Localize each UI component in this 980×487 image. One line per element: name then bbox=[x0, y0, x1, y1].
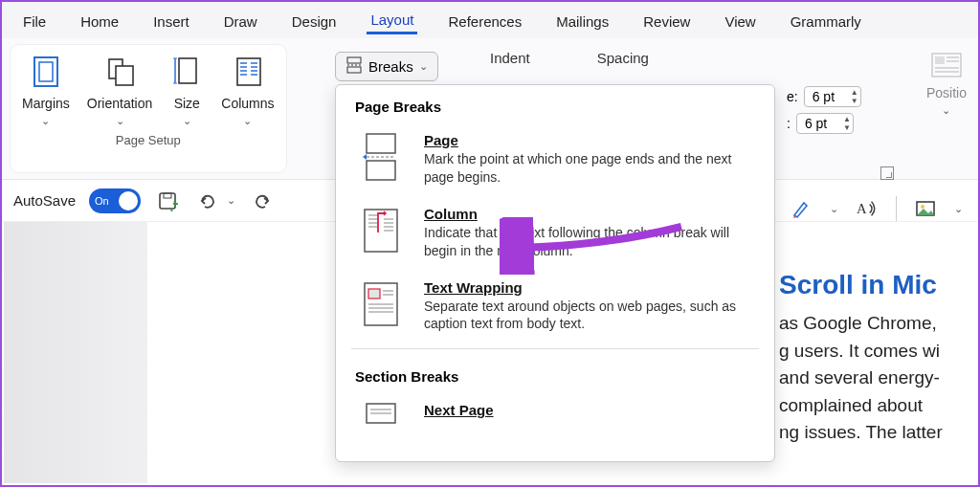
chevron-down-icon[interactable]: ⌄ bbox=[830, 203, 838, 215]
group-page-setup: Margins ⌄ Orientation ⌄ Size ⌄ bbox=[10, 44, 287, 173]
breaks-page-item[interactable]: Page Mark the point at which one page en… bbox=[336, 122, 774, 196]
svg-rect-3 bbox=[116, 66, 133, 85]
size-button[interactable]: Size ⌄ bbox=[169, 55, 204, 127]
undo-dropdown[interactable]: ⌄ bbox=[227, 194, 235, 207]
orientation-button[interactable]: Orientation ⌄ bbox=[87, 55, 152, 127]
breaks-next-page-item[interactable]: Next Page bbox=[336, 392, 774, 452]
svg-rect-1 bbox=[39, 62, 53, 81]
canvas-margin bbox=[4, 222, 147, 483]
dd-wrap-title: Text Wrapping bbox=[424, 279, 751, 296]
document-preview: Scroll in Mic as Google Chrome, g users.… bbox=[779, 270, 976, 447]
redo-button[interactable] bbox=[249, 188, 276, 214]
breaks-icon bbox=[345, 56, 363, 77]
spacing-before-label: e: bbox=[787, 89, 798, 104]
size-label: Size bbox=[174, 96, 200, 111]
svg-rect-21 bbox=[935, 56, 945, 64]
autosave-toggle[interactable]: On bbox=[89, 188, 141, 213]
spacing-heading: Spacing bbox=[597, 50, 649, 66]
tab-view[interactable]: View bbox=[721, 8, 759, 33]
columns-button[interactable]: Columns ⌄ bbox=[221, 55, 274, 127]
tab-file[interactable]: File bbox=[19, 8, 50, 33]
column-break-icon bbox=[359, 206, 403, 255]
read-aloud-icon[interactable]: A bbox=[854, 195, 880, 222]
svg-rect-8 bbox=[237, 58, 260, 85]
picture-icon[interactable] bbox=[912, 195, 939, 222]
spinner-arrows-icon[interactable]: ▲▼ bbox=[843, 114, 851, 133]
spacing-before-input[interactable]: 6 pt ▲▼ bbox=[804, 86, 861, 107]
breaks-column-item[interactable]: Column Indicate that the text following … bbox=[336, 196, 774, 270]
chevron-down-icon: ⌄ bbox=[942, 104, 950, 117]
autosave-toggle-state: On bbox=[95, 195, 109, 207]
position-button[interactable]: Positio ⌄ bbox=[926, 52, 967, 117]
doc-heading: Scroll in Mic bbox=[779, 270, 976, 300]
svg-rect-18 bbox=[347, 67, 361, 73]
dd-next-title: Next Page bbox=[424, 402, 494, 418]
spinner-arrows-icon[interactable]: ▲▼ bbox=[851, 87, 858, 106]
dd-page-title: Page bbox=[424, 132, 751, 148]
qa-right-tools: ⌄ A ⌄ bbox=[771, 195, 963, 222]
svg-point-30 bbox=[921, 205, 924, 209]
margins-icon bbox=[29, 55, 63, 92]
toggle-knob bbox=[119, 191, 138, 210]
breaks-button[interactable]: Breaks ⌄ bbox=[335, 52, 438, 81]
columns-icon bbox=[231, 55, 265, 92]
tab-grammarly[interactable]: Grammarly bbox=[787, 8, 865, 33]
tab-design[interactable]: Design bbox=[288, 8, 341, 33]
breaks-dropdown: Page Breaks Page Mark the point at which… bbox=[335, 84, 775, 462]
dd-section-page-breaks: Page Breaks bbox=[336, 85, 774, 122]
separator bbox=[896, 196, 897, 221]
editor-pen-icon[interactable] bbox=[788, 195, 814, 222]
chevron-down-icon: ⌄ bbox=[243, 115, 252, 127]
spacing-after-label: : bbox=[787, 116, 791, 131]
svg-rect-31 bbox=[367, 134, 395, 153]
svg-rect-32 bbox=[367, 161, 395, 180]
tab-insert[interactable]: Insert bbox=[149, 8, 193, 33]
svg-rect-17 bbox=[347, 57, 361, 63]
orientation-icon bbox=[102, 55, 137, 92]
save-button[interactable] bbox=[154, 188, 181, 214]
next-page-break-icon bbox=[359, 402, 403, 452]
spacing-after-input[interactable]: 6 pt ▲▼ bbox=[796, 113, 854, 134]
chevron-down-icon[interactable]: ⌄ bbox=[954, 203, 963, 215]
tab-draw[interactable]: Draw bbox=[220, 8, 261, 33]
size-icon bbox=[169, 55, 204, 92]
svg-text:A: A bbox=[857, 202, 867, 217]
tab-mailings[interactable]: Mailings bbox=[552, 8, 612, 33]
columns-label: Columns bbox=[221, 96, 274, 111]
indent-heading: Indent bbox=[490, 50, 530, 66]
breaks-text-wrapping-item[interactable]: Text Wrapping Separate text around objec… bbox=[336, 270, 774, 343]
ribbon-tabs: File Home Insert Draw Design Layout Refe… bbox=[2, 2, 978, 38]
tab-references[interactable]: References bbox=[444, 8, 525, 33]
undo-button[interactable] bbox=[194, 188, 221, 214]
doc-line: ng issues. The latter bbox=[779, 419, 976, 447]
doc-line: and several energy- bbox=[779, 365, 976, 392]
paragraph-group: Indent Spacing bbox=[490, 50, 649, 66]
position-icon bbox=[930, 52, 963, 81]
chevron-down-icon: ⌄ bbox=[183, 115, 191, 127]
tab-layout[interactable]: Layout bbox=[367, 6, 417, 34]
text-wrapping-icon bbox=[359, 279, 403, 329]
spacing-controls: e: 6 pt ▲▼ : 6 pt ▲▼ bbox=[787, 86, 861, 134]
margins-label: Margins bbox=[22, 96, 70, 111]
spacing-before-value: 6 pt bbox=[813, 89, 835, 104]
dd-page-desc: Mark the point at which one page ends an… bbox=[424, 150, 751, 187]
dd-column-desc: Indicate that the text following the col… bbox=[424, 224, 751, 260]
position-label: Positio bbox=[926, 85, 967, 100]
doc-line: as Google Chrome, bbox=[779, 310, 976, 338]
dd-wrap-desc: Separate text around objects on web page… bbox=[424, 298, 751, 334]
spacing-after-value: 6 pt bbox=[805, 116, 827, 131]
breaks-label: Breaks bbox=[368, 58, 413, 75]
chevron-down-icon: ⌄ bbox=[419, 60, 428, 73]
dialog-launcher-icon[interactable] bbox=[880, 166, 894, 180]
doc-line: complained about bbox=[779, 392, 976, 420]
dd-column-title: Column bbox=[424, 206, 751, 222]
page-break-icon bbox=[359, 132, 403, 182]
doc-line: g users. It comes wi bbox=[779, 338, 976, 365]
tab-review[interactable]: Review bbox=[639, 8, 694, 33]
group-label-page-setup: Page Setup bbox=[116, 133, 181, 147]
dd-divider bbox=[351, 348, 759, 349]
svg-rect-26 bbox=[160, 193, 175, 209]
chevron-down-icon: ⌄ bbox=[41, 115, 50, 127]
margins-button[interactable]: Margins ⌄ bbox=[22, 55, 70, 127]
tab-home[interactable]: Home bbox=[77, 8, 122, 33]
